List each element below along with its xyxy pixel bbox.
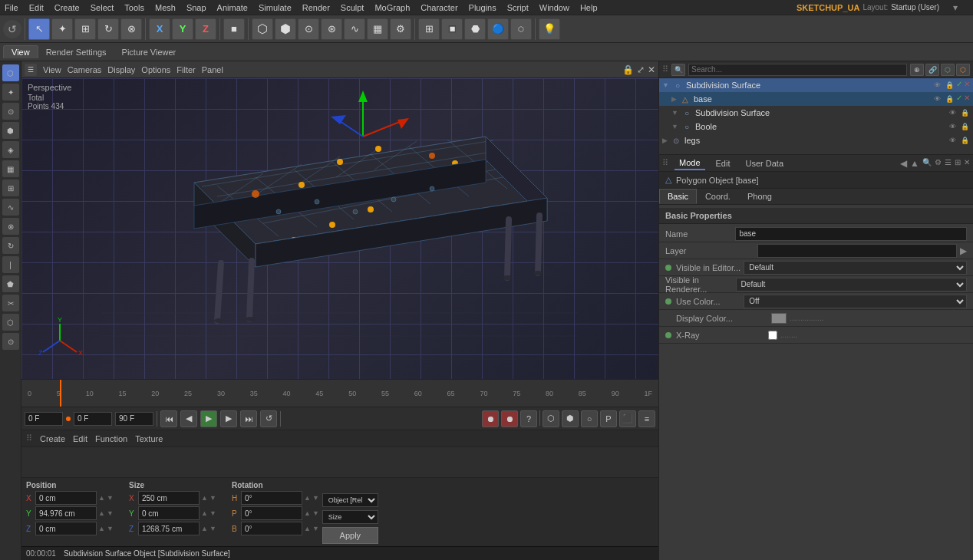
props-extra-icon[interactable]: ⊞ (955, 158, 961, 169)
menu-select[interactable]: Select (91, 3, 114, 12)
obj-expand-4[interactable]: ▶ (662, 137, 668, 144)
frame-range-input[interactable] (74, 412, 112, 426)
obj-item-3[interactable]: ▼ ○ Boole 👁 🔒 (659, 120, 973, 133)
tool-lamp[interactable]: 💡 (539, 18, 560, 40)
motion-extra[interactable]: ≡ (638, 410, 655, 427)
obj-add-btn[interactable]: ⊕ (910, 64, 924, 76)
menu-tools[interactable]: Tools (124, 3, 144, 12)
obj-expand-1[interactable]: ▶ (671, 95, 677, 103)
tool-z-axis[interactable]: Z (195, 18, 216, 40)
size-y-input[interactable] (138, 506, 200, 520)
sidebar-tool-12[interactable]: ✂ (2, 295, 19, 311)
tab-render-settings[interactable]: Render Settings (38, 46, 114, 58)
prop-visible-editor-select[interactable]: Default (744, 261, 967, 275)
menu-render[interactable]: Render (302, 3, 330, 12)
tool-light[interactable]: ⊛ (321, 18, 342, 40)
menu-window[interactable]: Window (539, 3, 569, 12)
rot-p-arrow-down[interactable]: ▼ (312, 509, 319, 517)
obj-item-2[interactable]: ▼ ○ Subdivision Surface 👁 🔒 (659, 106, 973, 120)
tool-move[interactable]: ✦ (51, 18, 73, 40)
transport-next-frame[interactable]: ▶ (220, 410, 237, 427)
props-mode-tab[interactable]: Mode (675, 156, 705, 170)
layout-dropdown-icon[interactable]: ▾ (953, 2, 958, 13)
transport-play[interactable]: ▶ (200, 410, 217, 427)
object-list[interactable]: ▼ ○ Subdivision Surface 👁 🔒 ✓ ✕ ▶ △ base… (659, 78, 973, 155)
menu-script[interactable]: Script (507, 3, 529, 12)
tool-param[interactable]: ⬡ (510, 18, 532, 40)
obj-vis-3[interactable]: 👁 (947, 121, 958, 132)
props-layout-icon[interactable]: ☰ (945, 158, 952, 169)
props-edit-tab[interactable]: Edit (711, 157, 735, 170)
viewport-menu-view[interactable]: View (43, 65, 61, 74)
obj-item-4[interactable]: ▶ ⊙ legs 👁 🔒 (659, 133, 973, 147)
current-frame-input[interactable] (25, 412, 63, 426)
sidebar-tool-3[interactable]: ⬢ (2, 122, 19, 139)
viewport-close-icon[interactable]: ✕ (648, 64, 655, 75)
size-z-input[interactable] (138, 522, 200, 535)
obj-lock-0[interactable]: 🔒 (944, 80, 955, 91)
sidebar-tool-8[interactable]: ⊗ (2, 218, 19, 235)
obj-x-0[interactable]: ✕ (964, 80, 970, 91)
prop-xray-checkbox[interactable] (768, 331, 777, 340)
pos-z-arrow-down[interactable]: ▼ (107, 525, 114, 532)
size-x-input[interactable] (138, 491, 200, 505)
sidebar-tool-11[interactable]: ⬟ (2, 275, 19, 292)
obj-tag1-btn[interactable]: ⬡ (941, 64, 955, 76)
obj-lock-2[interactable]: 🔒 (959, 107, 970, 118)
motion-path[interactable]: ⬡ (543, 410, 559, 427)
tool-select[interactable]: ↖ (28, 18, 50, 40)
sidebar-tool-2[interactable]: ⊙ (2, 103, 19, 120)
tool-scene[interactable]: ⬢ (275, 18, 296, 40)
rot-h-arrow-up[interactable]: ▲ (304, 494, 311, 502)
menu-file[interactable]: File (5, 3, 18, 12)
obj-expand-0[interactable]: ▼ (662, 81, 669, 89)
size-y-arrow-up[interactable]: ▲ (201, 509, 208, 517)
tab-picture-viewer[interactable]: Picture Viewer (114, 46, 184, 58)
obj-search-input[interactable] (688, 64, 907, 76)
obj-link-btn[interactable]: 🔗 (925, 64, 939, 76)
obj-lock-3[interactable]: 🔒 (959, 121, 970, 132)
timeline-track[interactable]: 0 5 10 15 20 25 30 35 40 45 50 55 60 65 (21, 380, 658, 407)
obj-vis-2[interactable]: 👁 (947, 107, 958, 118)
viewport-menu-filter[interactable]: Filter (176, 65, 195, 74)
undo-button[interactable]: ↺ (3, 20, 21, 38)
props-userdata-tab[interactable]: User Data (741, 157, 789, 170)
pos-x-arrow-up[interactable]: ▲ (98, 494, 105, 502)
menu-mograph[interactable]: MoGraph (374, 3, 410, 12)
size-x-arrow-down[interactable]: ▼ (209, 494, 216, 502)
tool-x-axis[interactable]: X (149, 18, 170, 40)
material-menu-texture[interactable]: Texture (135, 434, 163, 443)
obj-search-btn[interactable]: 🔍 (671, 64, 685, 76)
tool-snap[interactable]: 🔲 (441, 18, 463, 40)
pos-x-input[interactable] (35, 491, 97, 505)
prop-color-swatch[interactable] (771, 313, 787, 324)
frame-range-end-input[interactable] (115, 412, 153, 426)
tool-object[interactable]: ⬡ (252, 18, 273, 40)
tool-deformer[interactable]: ▦ (367, 18, 388, 40)
menu-simulate[interactable]: Simulate (259, 3, 292, 12)
tool-spline2[interactable]: 🔵 (487, 18, 509, 40)
size-type-select[interactable]: Size (322, 510, 378, 524)
viewport-lock-icon[interactable]: 🔒 (622, 64, 634, 75)
tool-rotate[interactable]: ↻ (97, 18, 119, 40)
tool-cancel[interactable]: ⊗ (120, 18, 142, 40)
viewport-menu-cameras[interactable]: Cameras (68, 65, 102, 74)
viewport-menu-panel[interactable]: Panel (202, 65, 223, 74)
record-button[interactable]: ⏺ (482, 410, 499, 427)
transport-loop[interactable]: ↺ (260, 410, 277, 427)
rot-b-arrow-up[interactable]: ▲ (304, 525, 311, 532)
tool-y-axis[interactable]: Y (172, 18, 193, 40)
transport-to-start[interactable]: ⏮ (160, 410, 177, 427)
obj-item-0[interactable]: ▼ ○ Subdivision Surface 👁 🔒 ✓ ✕ (659, 78, 973, 92)
sidebar-tool-1[interactable]: ✦ (2, 84, 19, 100)
apply-button[interactable]: Apply (322, 527, 378, 544)
obj-expand-3[interactable]: ▼ (671, 123, 678, 130)
obj-lock-1[interactable]: 🔒 (944, 94, 955, 104)
obj-check-0[interactable]: ✓ (956, 80, 962, 91)
props-prev-icon[interactable]: ◀ (900, 158, 907, 169)
pos-y-input[interactable] (35, 506, 97, 520)
prop-visible-renderer-select[interactable]: Default (736, 278, 967, 292)
scene-3d[interactable]: X Y Z (21, 78, 658, 379)
props-subtab-coord[interactable]: Coord. (697, 189, 739, 204)
pos-z-input[interactable] (35, 522, 97, 535)
